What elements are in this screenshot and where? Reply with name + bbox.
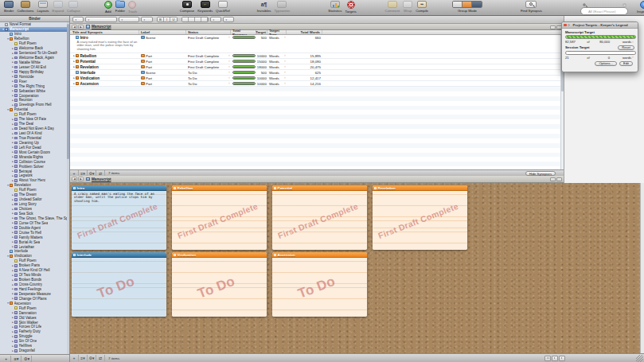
bold-button[interactable]: B [158,18,164,21]
outliner-row[interactable]: IntroA crazy naked man's eating the face… [70,35,564,53]
index-card-body[interactable]: First Draft Complete [172,191,267,250]
status-cell[interactable]: To Do [186,70,231,75]
editor-title[interactable]: Manuscript [92,177,111,181]
reset-button[interactable]: Reset [618,45,634,50]
target-type-cell[interactable]: Words [267,81,287,86]
index-card[interactable]: InterludeTo Do [72,252,166,317]
label-cell[interactable]: Part [139,53,186,58]
toolbar-button-collapse[interactable]: Collapse [65,0,82,16]
status-cell[interactable]: To Do [186,81,231,86]
target-value[interactable]: 15000 [256,59,267,64]
index-card-body[interactable]: First Draft Complete [373,191,467,250]
label-cell[interactable]: Scene [139,70,186,75]
index-card[interactable]: RevelationFirst Draft Complete [373,185,467,250]
column-header-label[interactable]: Label [139,30,186,34]
column-header-progress[interactable]: Total Progress [231,30,256,34]
index-card-body[interactable]: First Draft Complete [272,191,367,250]
document-mode-icon[interactable] [453,2,463,7]
target-type-cell[interactable]: Words [267,53,287,58]
toolbar-button-quickref[interactable]: QuickRef [214,0,232,16]
outliner-mode-icon[interactable] [472,2,482,7]
outliner-row[interactable]: ▸VindicationPartTo Do10000Words12,417 [70,76,564,81]
index-card-body[interactable]: To Do [272,258,367,317]
card-size-icon[interactable] [544,356,551,361]
search-box[interactable]: × [580,2,628,10]
toolbar-button-typewriter[interactable]: Typewriter [272,0,291,16]
index-card-body[interactable]: To Do [172,258,267,317]
back-icon[interactable]: ◀ [72,177,77,181]
target-type-cell[interactable]: Words [267,64,287,69]
binder-scrollbar-thumb[interactable] [67,24,69,159]
toolbar-button-inspector[interactable]: Inspector [635,0,644,16]
target-type-cell[interactable]: Words [267,35,287,40]
split-view-icon[interactable] [550,177,556,181]
split-view-icon[interactable] [550,25,556,29]
outliner-row[interactable]: ▸AscensionPartTo Do10000Words14,216 [70,81,564,87]
toolbar-button-invisibles[interactable]: Invisibles [256,0,273,16]
corkboard-options-icon[interactable] [559,356,565,361]
column-header-target-type[interactable]: Target Type [267,30,287,34]
status-cell[interactable]: First Draft Complete [186,35,231,40]
status-cell[interactable]: To Do [186,76,231,80]
group-mode-segmented-control[interactable] [452,1,482,8]
column-header-target[interactable]: Target [256,30,267,34]
goal-stepper[interactable] [632,56,634,59]
target-value[interactable]: 10000 [256,81,267,86]
index-card[interactable]: IntroA crazy naked man's eating the face… [72,185,166,250]
view-toggle-icon[interactable]: ⇄ [96,355,105,361]
action-gear-button[interactable]: ⚙▾ [88,355,96,361]
toolbar-button-trash[interactable]: Trash [127,0,139,16]
binder-item[interactable]: ▸Dragonfall [0,348,69,353]
window-resize-grip[interactable] [636,355,643,362]
index-card[interactable]: VindicationTo Do [172,252,267,317]
toolbar-button-folder[interactable]: Folder [114,0,127,16]
list-style-dropdown[interactable] [223,17,234,22]
status-cell[interactable]: First Draft Complete [186,59,231,64]
toolbar-button-group-mode[interactable]: Group Mode [451,0,484,16]
target-type-cell[interactable]: Words [267,70,287,75]
toolbar-button-find-synopsis[interactable]: Find Synopsis [519,0,544,16]
label-cell[interactable]: Part [139,81,186,86]
label-cell[interactable]: Part [139,76,186,80]
toolbar-button-compile[interactable]: Compile [414,0,430,16]
index-card[interactable]: RebellionFirst Draft Complete [172,185,267,250]
close-icon[interactable] [568,24,570,26]
italic-button[interactable]: I [164,18,170,21]
line-spacing-dropdown[interactable] [210,17,221,22]
target-value[interactable]: 500 [256,35,267,40]
keyword-chips-icon[interactable] [552,356,558,361]
target-value[interactable]: 18000 [256,64,267,69]
outliner-row[interactable]: InterludeSceneTo Do500Words625 [70,70,564,76]
corkboard-mode-icon[interactable] [463,2,472,7]
toolbar-button-compose[interactable]: Compose [178,0,196,16]
status-cell[interactable]: First Draft Complete [186,64,231,69]
binder-scrollbar[interactable] [67,22,70,354]
label-cell[interactable]: Scene [139,35,186,40]
back-icon[interactable]: ◀ [72,25,77,29]
toolbar-button-binder[interactable]: Binder [2,0,15,16]
editor-title[interactable]: Manuscript [92,25,111,29]
toolbar-button-expand[interactable]: Expand [51,0,66,16]
forward-icon[interactable]: ▶ [78,177,84,181]
column-header-status[interactable]: Status [186,30,231,34]
add-item-button[interactable]: + [2,356,11,362]
column-header-total-words[interactable]: Total Words [287,30,322,34]
status-cell[interactable]: First Draft Complete [186,53,231,58]
add-item-button[interactable]: + [70,355,79,361]
options-button[interactable]: Options... [595,61,617,66]
target-type-cell[interactable]: Words [267,76,287,80]
label-cell[interactable]: Part [139,59,186,64]
align-right-button[interactable] [195,18,201,21]
toolbar-button-add[interactable]: Add [103,0,114,16]
toolbar-button-layouts[interactable]: Layouts [35,0,50,16]
add-menu-button[interactable]: ≡▾ [79,355,88,361]
align-left-button[interactable] [182,18,189,21]
toolbar-button-keywords[interactable]: Keywords [196,0,214,16]
target-value[interactable]: 10000 [256,53,267,58]
session-goal-words[interactable]: 0 [594,56,610,60]
toolbar-button-collections[interactable]: Collections [15,0,35,16]
corkboard-scrollbar[interactable] [640,183,644,353]
align-center-button[interactable] [189,18,195,21]
action-gear-button[interactable]: ⚙▾ [22,356,32,362]
toolbar-button-targets[interactable]: Targets [344,0,358,16]
